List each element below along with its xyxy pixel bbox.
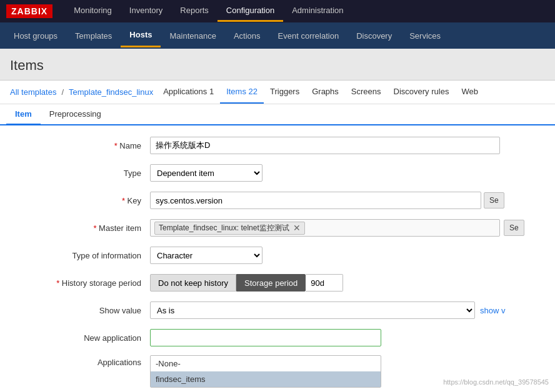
key-row: Key Se [12, 190, 542, 210]
nav-monitoring[interactable]: Monitoring [65, 1, 121, 22]
type-of-info-row: Type of information Character [12, 245, 542, 265]
new-application-label: New application [12, 333, 150, 343]
app-list-item-findsec[interactable]: findsec_items [151, 371, 381, 387]
app-list-item-none[interactable]: -None- [151, 356, 381, 371]
breadcrumb-tabs: All templates / Template_findsec_linux A… [0, 81, 555, 104]
nav-templates[interactable]: Templates [66, 25, 121, 47]
master-item-row: Master item Template_findsec_linux: teln… [12, 218, 542, 238]
storage-period-button[interactable]: Storage period [236, 274, 306, 292]
nav-discovery[interactable]: Discovery [348, 25, 401, 47]
nav-actions[interactable]: Actions [225, 25, 269, 47]
watermark: https://blog.csdn.net/qq_39578545 [443, 378, 549, 386]
tab-graphs[interactable]: Graphs [306, 81, 345, 104]
breadcrumb-all-templates[interactable]: All templates [6, 81, 60, 103]
top-navigation: ZABBIX Monitoring Inventory Reports Conf… [0, 0, 555, 22]
nav-inventory[interactable]: Inventory [121, 1, 171, 22]
history-group: Do not keep history Storage period [150, 274, 343, 292]
new-application-row: New application [12, 328, 542, 348]
master-item-label: Master item [12, 223, 150, 233]
nav-administration[interactable]: Administration [283, 1, 352, 22]
history-label: History storage period [12, 278, 150, 288]
show-value-link[interactable]: show v [480, 306, 505, 315]
master-item-close-icon[interactable]: ✕ [293, 223, 301, 233]
second-navigation: Host groups Templates Hosts Maintenance … [0, 22, 555, 49]
nav-hosts[interactable]: Hosts [121, 24, 161, 47]
new-application-input[interactable] [150, 329, 381, 346]
type-of-info-select[interactable]: Character [150, 247, 262, 264]
tab-triggers[interactable]: Triggers [264, 81, 306, 104]
type-select[interactable]: Dependent item [150, 164, 262, 182]
master-item-container: Template_findsec_linux: telnet监控测试 ✕ [150, 219, 500, 237]
key-select-button[interactable]: Se [484, 192, 504, 208]
breadcrumb-template-name[interactable]: Template_findsec_linux [65, 81, 157, 103]
applications-list: -None- findsec_items [150, 355, 381, 388]
do-not-keep-history-button[interactable]: Do not keep history [150, 274, 236, 292]
sub-tab-item[interactable]: Item [6, 104, 41, 125]
page-title: Items [10, 57, 545, 74]
nav-event-correlation[interactable]: Event correlation [269, 25, 348, 47]
name-row: Name [12, 135, 542, 155]
show-value-container: As is show v [150, 301, 505, 319]
nav-maintenance[interactable]: Maintenance [161, 25, 224, 47]
type-row: Type Dependent item [12, 163, 542, 183]
form-area: Name Type Dependent item Key Se Master i… [0, 125, 555, 392]
sub-tab-preprocessing[interactable]: Preprocessing [41, 104, 110, 125]
name-input[interactable] [150, 137, 500, 154]
nav-reports[interactable]: Reports [171, 1, 218, 22]
master-item-select-button[interactable]: Se [504, 220, 524, 236]
show-value-label: Show value [12, 306, 150, 315]
sub-tabs: Item Preprocessing [0, 104, 555, 125]
master-item-tag: Template_findsec_linux: telnet监控测试 ✕ [154, 222, 305, 235]
key-input[interactable] [150, 192, 481, 209]
type-label: Type [12, 169, 150, 178]
applications-label: Applications [12, 355, 150, 367]
page-title-bar: Items [0, 49, 555, 81]
breadcrumb-separator: / [60, 87, 65, 97]
history-row: History storage period Do not keep histo… [12, 273, 542, 293]
key-label: Key [12, 196, 150, 205]
top-nav-items: Monitoring Inventory Reports Configurati… [65, 1, 352, 22]
tab-items[interactable]: Items 22 [220, 81, 264, 104]
tab-web[interactable]: Web [455, 81, 484, 104]
zabbix-logo: ZABBIX [6, 4, 52, 18]
nav-host-groups[interactable]: Host groups [5, 25, 66, 47]
name-label: Name [12, 141, 150, 150]
nav-configuration[interactable]: Configuration [218, 1, 283, 22]
master-item-value: Template_findsec_linux: telnet监控测试 [159, 223, 289, 233]
show-value-row: Show value As is show v [12, 300, 542, 320]
type-of-info-label: Type of information [12, 251, 150, 260]
nav-services[interactable]: Services [401, 25, 449, 47]
tab-discovery-rules[interactable]: Discovery rules [388, 81, 456, 104]
tab-applications[interactable]: Applications 1 [157, 81, 220, 104]
tab-screens[interactable]: Screens [345, 81, 388, 104]
period-input[interactable] [306, 274, 343, 292]
show-value-select[interactable]: As is [150, 301, 475, 319]
